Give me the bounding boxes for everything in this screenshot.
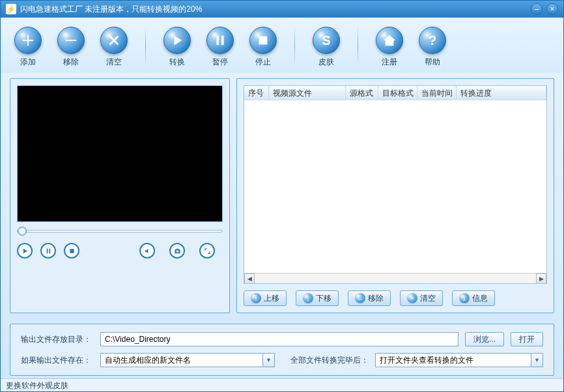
preview-panel — [10, 78, 230, 313]
app-window: ⚡ 闪电急速格式工厂 未注册版本，只能转换视频的20% – × 添加 移除 清空 — [0, 0, 564, 392]
output-settings-panel: 输出文件存放目录： 浏览... 打开 如果输出文件存在： 自动生成相应的新文件名… — [10, 324, 554, 376]
col-source[interactable]: 视频源文件 — [269, 86, 346, 100]
clear-label: 清空 — [106, 57, 122, 68]
status-text: 更换软件外观皮肤 — [6, 381, 68, 390]
move-up-button[interactable]: ↑上移 — [244, 290, 287, 306]
scroll-right[interactable]: ▶ — [536, 273, 546, 284]
help-button[interactable]: ? 帮助 — [417, 27, 448, 68]
minimize-button[interactable]: – — [531, 3, 543, 15]
expand-icon — [204, 247, 211, 255]
file-table: 序号 视频源文件 源格式 目标格式 当前时间 转换进度 ◀ ▶ — [244, 85, 547, 284]
stop-label: 停止 — [255, 57, 271, 68]
separator — [145, 27, 146, 64]
x-icon — [107, 33, 121, 48]
pause-icon — [45, 247, 52, 255]
after-convert-select[interactable]: 打开文件夹查看转换的文件 ▼ — [375, 353, 543, 367]
player-pause-button[interactable] — [40, 243, 56, 259]
separator — [294, 27, 295, 64]
home-icon — [382, 33, 397, 48]
chevron-down-icon[interactable]: ▼ — [531, 354, 543, 367]
chevron-down-icon[interactable]: ▼ — [262, 354, 274, 367]
convert-label: 转换 — [169, 57, 185, 68]
register-button[interactable]: 注册 — [374, 27, 405, 68]
col-index[interactable]: 序号 — [244, 86, 269, 100]
output-path-input[interactable] — [100, 332, 458, 346]
slider-thumb[interactable] — [18, 227, 27, 236]
separator — [358, 27, 358, 64]
add-button[interactable]: 添加 — [12, 27, 44, 68]
minus-icon — [64, 33, 78, 48]
after-convert-label: 全部文件转换完毕后： — [290, 355, 369, 366]
window-title: 闪电急速格式工厂 未注册版本，只能转换视频的20% — [20, 4, 202, 15]
info-button[interactable]: i信息 — [452, 290, 495, 306]
browse-button[interactable]: 浏览... — [465, 332, 504, 346]
move-down-button[interactable]: ↓下移 — [296, 290, 339, 306]
skin-label: 皮肤 — [318, 57, 334, 68]
stop-button[interactable]: 停止 — [247, 27, 279, 68]
file-exists-select[interactable]: 自动生成相应的新文件名 ▼ — [100, 353, 275, 367]
player-volume-button[interactable] — [139, 243, 155, 259]
video-preview — [17, 85, 223, 222]
arrow-up-icon: ↑ — [251, 293, 261, 303]
col-dst-format[interactable]: 目标格式 — [378, 86, 417, 100]
stop-icon — [68, 247, 76, 255]
main-toolbar: 添加 移除 清空 转换 暂停 停止 — [1, 18, 563, 73]
play-icon — [170, 33, 184, 48]
table-body[interactable] — [244, 100, 546, 273]
status-bar: 更换软件外观皮肤 — [1, 378, 563, 391]
output-path-label: 输出文件存放目录： — [21, 334, 94, 345]
pause-label: 暂停 — [212, 57, 228, 68]
app-icon: ⚡ — [6, 4, 16, 14]
register-label: 注册 — [382, 57, 397, 68]
player-snapshot-button[interactable] — [169, 243, 185, 259]
arrow-down-icon: ↓ — [303, 293, 313, 303]
seek-slider[interactable] — [17, 222, 223, 240]
help-label: 帮助 — [425, 57, 440, 68]
file-exists-label: 如果输出文件存在： — [21, 355, 94, 366]
col-progress[interactable]: 转换进度 — [457, 86, 546, 100]
remove-button[interactable]: 移除 — [55, 27, 87, 68]
plus-icon — [21, 33, 35, 48]
play-icon — [21, 247, 29, 255]
info-icon: i — [459, 293, 470, 303]
convert-button[interactable]: 转换 — [162, 27, 193, 68]
skin-button[interactable]: S 皮肤 — [311, 27, 342, 68]
col-src-format[interactable]: 源格式 — [346, 86, 378, 100]
open-folder-button[interactable]: 打开 — [511, 332, 543, 346]
x-icon: × — [407, 293, 417, 303]
player-stop-button[interactable] — [64, 243, 79, 259]
list-remove-button[interactable]: –移除 — [348, 290, 391, 306]
clear-button[interactable]: 清空 — [98, 27, 130, 68]
speaker-icon — [144, 247, 151, 255]
file-list-panel: 序号 视频源文件 源格式 目标格式 当前时间 转换进度 ◀ ▶ ↑上移 ↓下移 … — [236, 78, 554, 313]
remove-label: 移除 — [63, 57, 79, 68]
pause-button[interactable]: 暂停 — [204, 27, 236, 68]
add-label: 添加 — [20, 57, 36, 68]
player-play-button[interactable] — [17, 243, 33, 259]
player-fullscreen-button[interactable] — [199, 243, 215, 259]
stop-icon — [256, 33, 270, 48]
h-scrollbar[interactable]: ◀ ▶ — [244, 273, 546, 283]
col-current-time[interactable]: 当前时间 — [417, 86, 457, 100]
scroll-left[interactable]: ◀ — [244, 273, 255, 284]
minus-icon: – — [355, 293, 365, 303]
camera-icon — [174, 247, 181, 255]
list-clear-button[interactable]: ×清空 — [400, 290, 443, 306]
titlebar: ⚡ 闪电急速格式工厂 未注册版本，只能转换视频的20% – × — [1, 1, 563, 18]
pause-icon — [213, 33, 227, 48]
close-button[interactable]: × — [546, 3, 558, 15]
